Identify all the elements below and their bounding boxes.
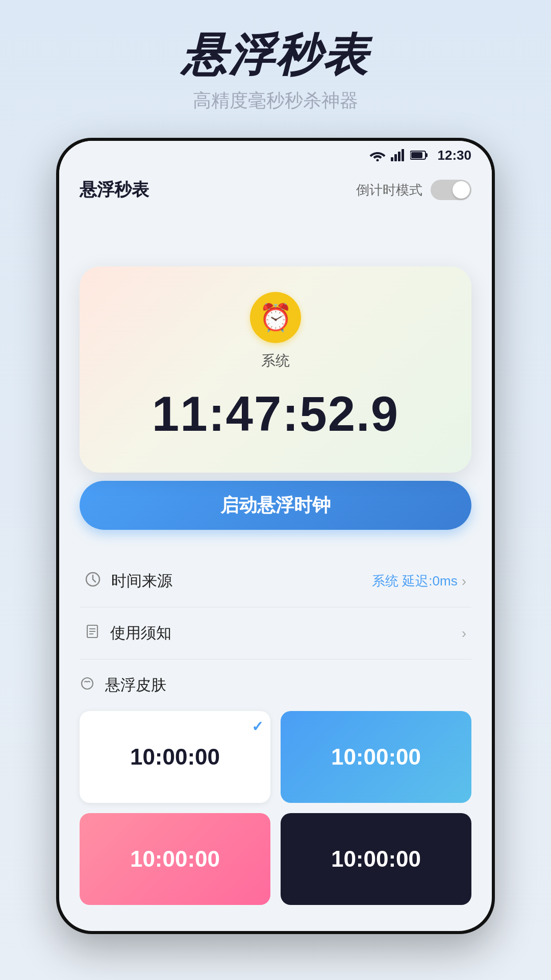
skin-white[interactable]: ✓ 10:00:00 [80,711,270,803]
skin-header: 悬浮皮肤 [80,675,471,696]
skin-blue[interactable]: 10:00:00 [281,711,471,803]
app-header: 悬浮秒表 倒计时模式 [59,169,492,210]
clock-list-icon [85,571,101,591]
svg-point-0 [376,159,379,162]
mode-label: 倒计时模式 [356,181,422,199]
svg-rect-2 [394,154,397,161]
clock-icon: ⏰ [259,302,292,333]
skin-grid: ✓ 10:00:00 10:00:00 10:00:00 [80,711,471,905]
skin-white-time: 10:00:00 [130,744,220,770]
svg-rect-7 [411,152,422,158]
header-app-title: 悬浮秒表 [80,178,149,202]
chevron-right-icon-2: › [462,625,466,642]
status-icons: 12:30 [369,148,472,163]
source-label: 系统 [261,351,290,371]
selected-check: ✓ [252,718,263,735]
floating-card: ⏰ 系统 11:47:52.9 [80,266,471,473]
title-section: 悬浮秒表 高精度毫秒秒杀神器 [0,31,551,113]
usage-notice-right: › [462,625,466,642]
time-source-item[interactable]: 时间来源 系统 延迟:0ms › [80,555,471,607]
time-source-label: 时间来源 [111,571,172,592]
skin-icon [80,676,95,695]
skin-section-label: 悬浮皮肤 [105,675,166,696]
content-area: ⏰ 系统 11:47:52.9 启动悬浮时钟 [59,210,492,931]
battery-icon [410,150,429,160]
status-bar: 12:30 [59,141,492,169]
usage-notice-item[interactable]: 使用须知 › [80,607,471,659]
usage-notice-label: 使用须知 [110,623,171,644]
time-source-right: 系统 延迟:0ms › [372,572,466,590]
svg-rect-3 [398,152,400,161]
start-button-label: 启动悬浮时钟 [220,493,331,518]
chevron-right-icon: › [462,573,466,590]
countdown-toggle[interactable] [431,180,471,200]
skin-dark[interactable]: 10:00:00 [281,813,471,905]
skin-dark-time: 10:00:00 [331,846,421,872]
time-source-value: 系统 延迟:0ms [372,572,458,590]
doc-list-icon [85,624,100,643]
start-floating-clock-button[interactable]: 启动悬浮时钟 [80,481,471,530]
svg-rect-4 [402,149,404,161]
wifi-icon [369,149,386,161]
skin-pink[interactable]: 10:00:00 [80,813,270,905]
svg-rect-6 [425,153,428,157]
list-item-left: 时间来源 [85,571,172,592]
time-display: 11:47:52.9 [152,386,399,442]
skin-blue-time: 10:00:00 [331,744,421,770]
toggle-thumb [453,181,470,199]
app-title: 悬浮秒表 [0,31,551,80]
phone-frame: 12:30 悬浮秒表 倒计时模式 ⏰ 系统 11:47:52.9 [56,138,495,934]
header-right: 倒计时模式 [356,180,471,200]
scroll-content: 启动悬浮时钟 时间来源 系统 延迟:0ms [59,481,492,931]
list-item-left-2: 使用须知 [85,623,171,644]
app-subtitle: 高精度毫秒秒杀神器 [0,88,551,113]
svg-rect-1 [391,157,393,161]
skin-section: 悬浮皮肤 ✓ 10:00:00 10:00:00 [80,675,471,905]
phone-screen: 12:30 悬浮秒表 倒计时模式 ⏰ 系统 11:47:52.9 [59,141,492,931]
skin-pink-time: 10:00:00 [130,846,220,872]
clock-icon-wrap: ⏰ [250,292,301,343]
signal-icon [391,149,405,161]
status-time: 12:30 [438,148,472,163]
